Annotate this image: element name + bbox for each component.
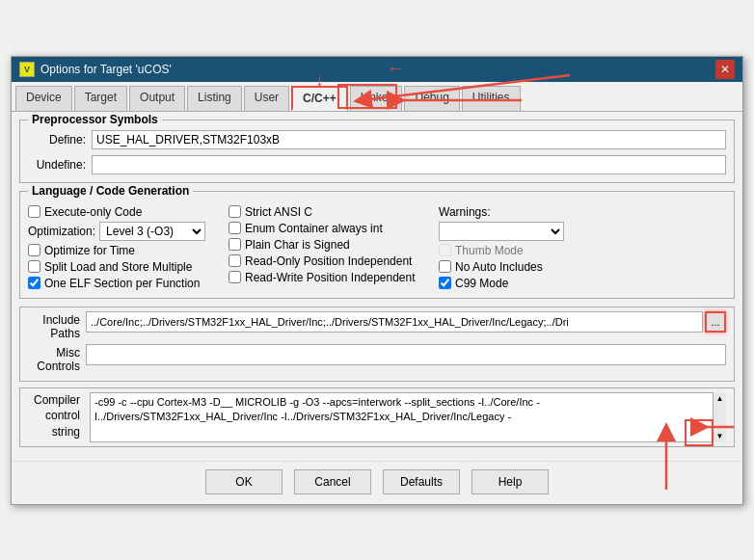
- compiler-control-text: -c99 -c --cpu Cortex-M3 -D__ MICROLIB -g…: [90, 392, 726, 442]
- include-section: IncludePaths ... MiscControls: [19, 307, 735, 382]
- arrow-from-right: ←: [387, 59, 404, 79]
- enum-container-label: Enum Container always int: [245, 222, 383, 235]
- compiler-section: Compilercontrolstring -c99 -c --cpu Cort…: [19, 387, 735, 447]
- define-label: Define:: [28, 133, 86, 147]
- compiler-text-wrap: -c99 -c --cpu Cortex-M3 -D__ MICROLIB -g…: [90, 392, 726, 442]
- dialog-content: Preprocessor Symbols Define: Undefine: L…: [12, 112, 742, 461]
- optimize-time-row: Optimize for Time: [28, 244, 221, 257]
- tab-cpp[interactable]: C/C++ ↓ ←: [291, 86, 348, 111]
- compiler-label: Compilercontrolstring: [28, 392, 86, 440]
- strict-ansi-checkbox[interactable]: [229, 205, 241, 218]
- ok-button[interactable]: OK: [205, 469, 283, 494]
- enum-container-checkbox[interactable]: [229, 222, 241, 234]
- undefine-label: Undefine:: [28, 158, 86, 172]
- split-load-label: Split Load and Store Multiple: [44, 260, 192, 274]
- tab-user[interactable]: User: [244, 86, 289, 111]
- defaults-button[interactable]: Defaults: [383, 469, 460, 494]
- execute-only-row: Execute-only Code: [28, 205, 221, 219]
- undefine-row: Undefine:: [28, 155, 726, 174]
- warnings-select[interactable]: [439, 222, 564, 241]
- read-write-label: Read-Write Position Independent: [245, 271, 416, 284]
- arrow-to-tab: ↓: [315, 70, 324, 91]
- enum-container-row: Enum Container always int: [229, 222, 431, 235]
- strict-ansi-row: Strict ANSI C: [229, 205, 431, 219]
- strict-ansi-label: Strict ANSI C: [245, 205, 312, 219]
- tabs-bar: Device Target Output Listing User C/C++ …: [12, 82, 742, 112]
- compiler-scrollbar[interactable]: ▲ ▼: [713, 392, 726, 442]
- optimize-time-label: Optimize for Time: [44, 244, 135, 257]
- thumb-mode-row: Thumb Mode: [439, 244, 726, 257]
- include-paths-row: IncludePaths ...: [28, 311, 726, 340]
- include-paths-input[interactable]: [86, 311, 703, 333]
- scroll-down-icon[interactable]: ▼: [716, 432, 724, 440]
- thumb-mode-label: Thumb Mode: [455, 244, 524, 257]
- tab-device[interactable]: Device: [15, 86, 72, 111]
- read-only-row: Read-Only Position Independent: [229, 254, 431, 268]
- define-row: Define:: [28, 130, 726, 149]
- scroll-up-icon[interactable]: ▲: [716, 394, 724, 403]
- tab-output[interactable]: Output: [129, 86, 185, 111]
- plain-char-checkbox[interactable]: [229, 238, 241, 251]
- optimization-select[interactable]: Level 3 (-O3): [99, 222, 205, 241]
- tab-debug[interactable]: Debug: [404, 86, 459, 111]
- plain-char-row: Plain Char is Signed: [229, 238, 431, 252]
- c99-mode-row: C99 Mode: [439, 277, 726, 290]
- plain-char-label: Plain Char is Signed: [245, 238, 350, 252]
- misc-controls-row: MiscControls: [28, 344, 726, 373]
- undefine-input[interactable]: [92, 155, 726, 174]
- bottom-buttons: OK Cancel Defaults Help: [12, 461, 742, 504]
- language-group-label: Language / Code Generation: [28, 184, 193, 198]
- include-paths-label: IncludePaths: [28, 311, 86, 340]
- one-elf-row: One ELF Section per Function: [28, 277, 221, 290]
- execute-only-label: Execute-only Code: [44, 205, 142, 219]
- cancel-button[interactable]: Cancel: [294, 469, 371, 494]
- app-icon: V: [19, 62, 35, 77]
- no-auto-includes-checkbox[interactable]: [439, 260, 451, 273]
- preprocessor-group-label: Preprocessor Symbols: [28, 113, 162, 126]
- close-button[interactable]: ✕: [715, 60, 735, 79]
- tab-listing[interactable]: Listing: [187, 86, 242, 111]
- execute-only-checkbox[interactable]: [28, 205, 40, 218]
- title-bar: V Options for Target 'uCOS' ✕: [12, 57, 742, 82]
- split-load-checkbox[interactable]: [28, 260, 40, 273]
- optimization-row: Optimization: Level 3 (-O3): [28, 222, 221, 241]
- one-elf-label: One ELF Section per Function: [44, 277, 200, 290]
- help-button[interactable]: Help: [471, 469, 549, 494]
- tab-target[interactable]: Target: [74, 86, 127, 111]
- misc-controls-input[interactable]: [86, 344, 726, 365]
- language-group: Language / Code Generation Execute-only …: [19, 191, 735, 299]
- include-browse-button[interactable]: ...: [705, 311, 726, 333]
- c99-mode-label: C99 Mode: [455, 277, 508, 290]
- define-input[interactable]: [92, 130, 726, 149]
- warnings-label: Warnings:: [439, 205, 726, 219]
- no-auto-includes-row: No Auto Includes: [439, 260, 726, 274]
- tab-linker[interactable]: Linker: [350, 86, 403, 111]
- dialog-title: Options for Target 'uCOS': [40, 63, 172, 76]
- split-load-row: Split Load and Store Multiple: [28, 260, 221, 274]
- read-only-label: Read-Only Position Independent: [245, 254, 412, 268]
- misc-controls-label: MiscControls: [28, 344, 86, 373]
- no-auto-includes-label: No Auto Includes: [455, 260, 543, 274]
- read-write-row: Read-Write Position Independent: [229, 271, 431, 284]
- read-only-checkbox[interactable]: [229, 254, 241, 267]
- read-write-checkbox[interactable]: [229, 271, 241, 283]
- optimization-label: Optimization:: [28, 225, 95, 238]
- thumb-mode-checkbox: [439, 244, 451, 256]
- tab-utilities[interactable]: Utilities: [462, 86, 521, 111]
- c99-mode-checkbox[interactable]: [439, 277, 451, 289]
- optimize-time-checkbox[interactable]: [28, 244, 40, 256]
- preprocessor-group: Preprocessor Symbols Define: Undefine:: [19, 120, 735, 183]
- one-elf-checkbox[interactable]: [28, 277, 40, 289]
